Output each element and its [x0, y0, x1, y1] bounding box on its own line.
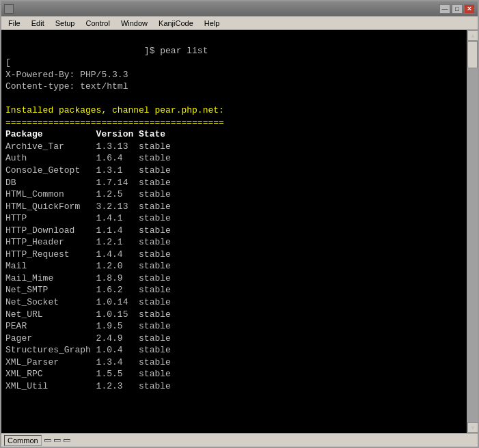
- title-buttons: — □ ✕: [439, 4, 475, 14]
- close-button[interactable]: ✕: [464, 4, 475, 14]
- minimize-button[interactable]: —: [439, 4, 450, 14]
- menu-bar: File Edit Setup Control Window KanjiCode…: [1, 16, 478, 30]
- scroll-track[interactable]: [467, 41, 478, 422]
- terminal-window: — □ ✕ File Edit Setup Control Window Kan…: [0, 0, 479, 448]
- title-bar: — □ ✕: [1, 1, 478, 16]
- installed-header: Installed packages, channel pear.php.net…: [5, 105, 224, 128]
- scroll-up-button[interactable]: ▲: [467, 30, 478, 41]
- window-icon: [4, 4, 14, 14]
- package-list: Archive_Tar 1.3.13 stable Auth 1.6.4 sta…: [5, 141, 171, 391]
- menu-edit[interactable]: Edit: [26, 18, 50, 29]
- maximize-button[interactable]: □: [452, 4, 463, 14]
- scrollbar[interactable]: ▲ ▼: [467, 30, 478, 433]
- prompt-line: ]$ pear list [ X-Powered-By: PHP/5.3.3 C…: [5, 46, 208, 92]
- title-bar-left: [4, 4, 16, 14]
- menu-file[interactable]: File: [3, 18, 26, 29]
- menu-window[interactable]: Window: [115, 18, 153, 29]
- menu-help[interactable]: Help: [199, 18, 225, 29]
- status-bar: Common: [1, 433, 478, 447]
- status-seg3: [54, 439, 61, 442]
- column-headers: Package Version State: [5, 129, 165, 139]
- status-seg2: [44, 439, 51, 442]
- menu-kanjicode[interactable]: KanjiCode: [153, 18, 199, 29]
- menu-control[interactable]: Control: [80, 18, 115, 29]
- status-seg4: [64, 439, 70, 442]
- scroll-down-button[interactable]: ▼: [467, 422, 478, 433]
- scroll-thumb[interactable]: [467, 41, 478, 68]
- status-common: Common: [4, 435, 42, 446]
- terminal-content: ]$ pear list [ X-Powered-By: PHP/5.3.3 C…: [5, 33, 474, 417]
- terminal-area[interactable]: ]$ pear list [ X-Powered-By: PHP/5.3.3 C…: [1, 30, 478, 433]
- menu-setup[interactable]: Setup: [50, 18, 81, 29]
